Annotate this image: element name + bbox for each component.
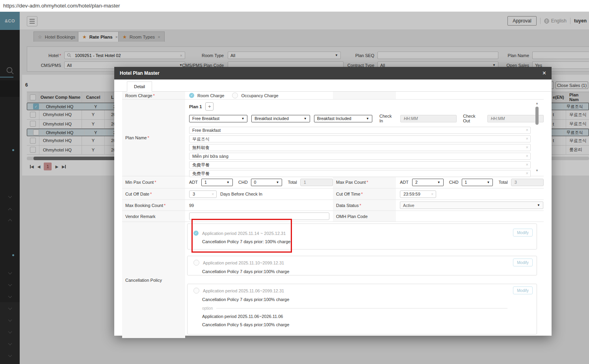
page-url: https://dev-adm.ohmyhotel.com/hotel/plan…: [3, 3, 120, 9]
policy-period: Application period 2025.11.14 ~ 2025.12.…: [202, 231, 286, 236]
max-adt-select[interactable]: 2▼: [412, 179, 444, 186]
plan-name-input[interactable]: ×: [189, 144, 531, 151]
cut-off-date-input[interactable]: ×: [189, 190, 217, 198]
vendor-remark-content: [185, 211, 333, 222]
cancellation-row: Cancellation Policy ✓ Application period…: [122, 222, 544, 338]
cut-off-time-input[interactable]: ×: [400, 190, 436, 198]
cut-off-date-label: Cut Off Date*: [122, 188, 185, 200]
dropdown-arrow-icon: ▼: [276, 181, 279, 184]
plan-type-select-2[interactable]: Breakfast included▼: [251, 115, 310, 122]
data-status-select[interactable]: Active▼: [400, 201, 543, 209]
modal-form: Room Charge* ✓ Room Charge Occupancy Cha…: [122, 92, 544, 338]
room-charge-row: Room Charge* ✓ Room Charge Occupancy Cha…: [122, 92, 544, 99]
min-pax-label: Min Pax Count*: [122, 176, 185, 188]
cancellation-policy-card[interactable]: Application period 2025.11.10~2099.12.31…: [187, 256, 537, 275]
booking-status-row: Max Booking Count* 99 Data Status* Activ…: [122, 200, 544, 211]
plan-name-input[interactable]: ×: [189, 135, 531, 142]
plan-name-input[interactable]: ×: [189, 170, 531, 177]
modify-button[interactable]: Modify: [513, 259, 533, 266]
max-pax-label: Max Pax Count*: [333, 176, 396, 188]
plan-selects-row: Free Breakfast▼ Breakfast included▼ Brea…: [189, 114, 544, 123]
clear-icon[interactable]: ×: [526, 136, 528, 141]
plan-name-list: × × × × × ×: [189, 127, 544, 177]
cancellation-policy-card[interactable]: ✓ Application period 2025.11.14 ~ 2025.1…: [187, 224, 537, 249]
dropdown-arrow-icon: ▼: [487, 181, 490, 184]
clear-icon[interactable]: ×: [431, 192, 433, 196]
omh-plan-code-value: [396, 211, 544, 222]
min-pax-content: ADT 1▼ CHD 0▼ Total: [185, 176, 333, 188]
room-charge-options: ✓ Room Charge Occupancy Charge: [185, 92, 333, 99]
cancellation-policy-card[interactable]: Application period 2025.11.06~2099.12.31…: [187, 284, 537, 334]
radio-policy-selected[interactable]: ✓: [193, 231, 199, 236]
check-in-label: Check In: [379, 114, 396, 123]
dropdown-arrow-icon: ▼: [366, 117, 369, 120]
cancellation-content: ✓ Application period 2025.11.14 ~ 2025.1…: [185, 222, 544, 338]
plan-name-input[interactable]: ×: [189, 153, 531, 160]
cut-off-row: Cut Off Date* × Days Before Check In Cut…: [122, 188, 544, 200]
radio-policy[interactable]: [193, 260, 199, 266]
dropdown-arrow-icon: ▼: [304, 117, 307, 120]
max-pax-content: ADT 2▼ CHD 1▼ Total: [396, 176, 544, 188]
cut-off-time-content: ×: [396, 188, 544, 200]
vendor-remark-input[interactable]: [189, 212, 329, 220]
scroll-up-icon[interactable]: ▲: [535, 102, 539, 105]
close-icon[interactable]: ×: [543, 70, 546, 77]
clear-icon[interactable]: ×: [526, 162, 528, 167]
dropdown-arrow-icon: ▼: [537, 203, 540, 207]
tab-detail[interactable]: Detail: [127, 81, 152, 92]
pax-count-row: Min Pax Count* ADT 1▼ CHD 0▼ Total Max P…: [122, 176, 544, 188]
min-adt-select[interactable]: 1▼: [201, 179, 233, 186]
policy-text: Cancellation Policy 7 days prior: 100% c…: [202, 239, 537, 244]
min-chd-select[interactable]: 0▼: [251, 179, 282, 186]
plan-group: Plan 1 +: [189, 102, 544, 111]
policy-period: Application period 2025.11.06~2099.12.31: [203, 288, 284, 293]
policy-text: Cancellation Policy 7 days prior:100% ch…: [202, 269, 537, 274]
modal-header: Hotel Plan Master ×: [114, 67, 552, 79]
cut-off-time-label: Cut Off Time*: [333, 188, 396, 200]
vendor-remark-label: Vendor Remark: [122, 211, 185, 222]
cancellation-label: Cancellation Policy: [122, 222, 185, 338]
radio-room-charge[interactable]: ✓: [189, 93, 194, 98]
plan-name-content: Plan 1 + Free Breakfast▼ Breakfast inclu…: [185, 100, 544, 176]
option-period: Application period 2025.11.06~2026.11.06: [202, 314, 537, 319]
cut-off-date-content: × Days Before Check In: [185, 188, 333, 200]
dropdown-arrow-icon: ▼: [437, 181, 440, 184]
option-label: option: [202, 306, 213, 310]
clear-icon[interactable]: ×: [526, 171, 528, 176]
dropdown-arrow-icon: ▼: [241, 117, 244, 120]
max-total-input: [511, 179, 544, 186]
check-out-label: Check Out: [463, 114, 483, 123]
radio-policy[interactable]: [193, 288, 199, 294]
plan-name-label: Plan Name*: [122, 100, 185, 176]
plan-type-select-3[interactable]: Breakfast Included▼: [314, 115, 372, 122]
plan-name-row: Plan Name* Plan 1 + Free Breakfast▼ Brea…: [122, 99, 544, 176]
omh-plan-code-label: OMH Plan Code: [333, 211, 396, 222]
vertical-scrollbar[interactable]: ▲ ▼: [535, 102, 539, 172]
modify-button[interactable]: Modify: [513, 229, 533, 237]
plan-name-input[interactable]: ×: [189, 161, 531, 168]
option-divider: option: [202, 306, 507, 310]
cut-off-date-suffix: Days Before Check In: [220, 192, 262, 196]
scroll-down-icon[interactable]: ▼: [535, 169, 539, 172]
data-status-content: Active▼: [396, 200, 544, 211]
clear-icon[interactable]: ×: [526, 153, 528, 158]
hotel-plan-master-modal: Hotel Plan Master × Detail Room Charge* …: [114, 67, 552, 336]
room-charge-label: Room Charge*: [122, 92, 185, 99]
check-in-input[interactable]: [400, 115, 457, 122]
dropdown-arrow-icon: ▼: [227, 181, 230, 184]
clear-icon[interactable]: ×: [526, 127, 528, 132]
modify-button[interactable]: Modify: [513, 286, 533, 294]
modal-tab-strip: Detail: [114, 79, 552, 92]
policy-text: Cancellation Policy 7 days prior:100% ch…: [202, 297, 537, 302]
clear-icon[interactable]: ×: [526, 145, 528, 150]
option-policy: Cancellation Policy 5 days prior:100% ch…: [202, 322, 537, 327]
max-booking-value: 99: [185, 200, 333, 211]
modal-title: Hotel Plan Master: [120, 70, 160, 76]
add-plan-button[interactable]: +: [205, 102, 214, 111]
scrollbar-thumb[interactable]: [535, 107, 539, 125]
plan-type-select-1[interactable]: Free Breakfast▼: [189, 115, 247, 122]
max-chd-select[interactable]: 1▼: [462, 179, 493, 186]
radio-occupancy-charge[interactable]: [232, 92, 238, 98]
plan-name-input[interactable]: ×: [189, 127, 531, 134]
clear-icon[interactable]: ×: [212, 192, 214, 196]
